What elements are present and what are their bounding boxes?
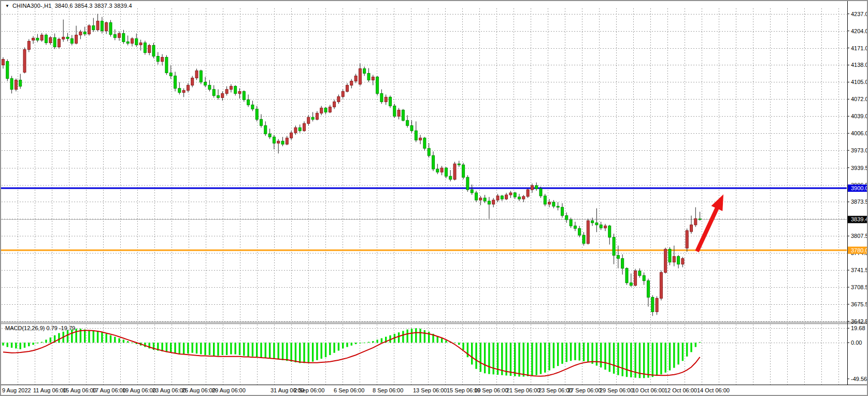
macd-bar <box>673 343 675 368</box>
candle-bullish <box>479 198 482 200</box>
resistance-price-badge: 3900.0 <box>848 185 868 192</box>
price-tick-label: 4072.0 <box>851 96 868 102</box>
macd-bar <box>118 338 120 343</box>
candle-bearish <box>247 100 250 105</box>
time-tick-label: 14 Oct 06:00 <box>697 387 730 393</box>
candle-bearish <box>268 134 271 137</box>
macd-bar <box>321 343 322 359</box>
candle-bullish <box>690 225 693 232</box>
candle-bearish <box>578 229 581 235</box>
macd-bar <box>381 338 382 343</box>
candle-bearish <box>92 26 95 30</box>
macd-bar <box>106 334 107 343</box>
macd-bar <box>265 343 266 358</box>
macd-bar <box>643 343 645 378</box>
time-tick-label: 29 Sep 06:00 <box>600 387 633 393</box>
macd-bar <box>45 340 47 343</box>
candle-bearish <box>475 193 478 200</box>
candle-bearish <box>217 95 220 97</box>
candle-bearish <box>255 109 258 119</box>
macd-bar <box>299 343 301 363</box>
candle-bearish <box>514 193 516 197</box>
macd-bar <box>114 337 116 343</box>
candle-bearish <box>144 43 146 53</box>
time-tick-label: 17 Aug 06:00 <box>92 387 126 393</box>
candle-bearish <box>156 56 159 62</box>
macd-indicator-label: MACD(12,26,9) 0.79 -19.79 <box>5 325 75 331</box>
candle-bullish <box>32 38 35 40</box>
macd-bar <box>523 343 524 377</box>
candle-bullish <box>587 221 589 244</box>
macd-bar <box>187 343 189 353</box>
candle-bearish <box>544 196 546 204</box>
candle-bullish <box>290 133 293 138</box>
macd-bar <box>67 330 68 343</box>
time-tick-label: 29 Aug 06:00 <box>212 387 246 393</box>
macd-bar <box>2 343 4 346</box>
macd-bar <box>333 343 335 353</box>
candle-bullish <box>40 35 43 40</box>
candle-bearish <box>70 39 73 44</box>
candle-bullish <box>385 97 387 102</box>
macd-bar <box>376 340 378 343</box>
candle-bearish <box>204 82 207 85</box>
macd-bar <box>445 341 447 343</box>
macd-bar <box>226 343 227 355</box>
candlestick-chart-canvas[interactable]: 4237.04204.04171.04138.04105.04072.04039… <box>1 1 868 396</box>
candle-bullish <box>492 200 495 204</box>
macd-bar <box>174 343 176 353</box>
time-tick-label: 19 Sep 06:00 <box>474 387 508 393</box>
macd-bar <box>97 331 98 343</box>
candle-bullish <box>148 46 151 53</box>
time-tick-label: 10 Oct 06:00 <box>632 387 665 393</box>
candle-bullish <box>694 219 697 225</box>
candle-bullish <box>531 186 533 190</box>
candle-bearish <box>243 91 245 100</box>
macd-bar <box>286 343 288 361</box>
candle-bullish <box>221 93 224 97</box>
price-tick-label: 4138.0 <box>851 62 868 68</box>
candle-bullish <box>225 89 228 93</box>
macd-bar <box>462 343 464 350</box>
macd-bar <box>531 343 533 376</box>
macd-bar <box>28 343 30 346</box>
macd-bar <box>364 343 365 343</box>
candle-bearish <box>410 125 413 131</box>
time-tick-label: 15 Aug 06:00 <box>63 387 96 393</box>
macd-bar <box>93 330 94 343</box>
macd-bar <box>570 343 572 361</box>
candle-bearish <box>393 106 396 116</box>
symbol-dropdown-icon[interactable]: ▼ <box>5 3 9 9</box>
macd-bar <box>458 343 460 345</box>
candle-bearish <box>66 37 69 39</box>
candle-bearish <box>613 237 615 256</box>
candle-bearish <box>234 86 237 93</box>
macd-bar <box>110 335 111 343</box>
candle-bearish <box>83 32 86 34</box>
candle-bearish <box>699 219 701 219</box>
macd-bar <box>617 343 619 375</box>
candle-bullish <box>15 80 17 89</box>
candle-bullish <box>230 86 232 89</box>
macd-bar <box>260 343 262 357</box>
candle-bearish <box>380 93 383 102</box>
candle-bearish <box>19 80 22 86</box>
candle-bullish <box>656 299 658 312</box>
candle-bearish <box>582 235 585 244</box>
macd-bar <box>514 343 516 376</box>
candle-bearish <box>126 42 129 44</box>
macd-bar <box>665 343 666 373</box>
candle-bullish <box>191 78 194 85</box>
candle-bullish <box>79 32 82 35</box>
candle-bearish <box>363 68 366 73</box>
candle-bullish <box>139 43 142 45</box>
candle-bullish <box>329 107 331 112</box>
candle-bearish <box>45 35 48 43</box>
price-tick-label: 3708.5 <box>851 284 868 290</box>
candle-bearish <box>6 61 9 78</box>
macd-bar <box>290 343 292 362</box>
macd-bar <box>316 343 318 360</box>
candle-bullish <box>238 91 241 93</box>
time-tick-label: 11 Aug 06:00 <box>33 387 66 393</box>
price-tick-label: 4204.0 <box>851 28 868 34</box>
